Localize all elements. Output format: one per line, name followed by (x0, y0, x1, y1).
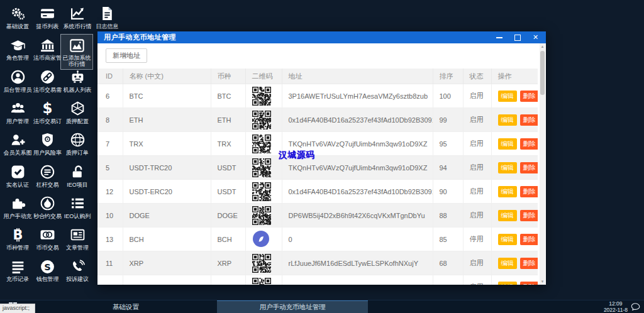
edit-button[interactable]: 编辑 (498, 258, 517, 269)
desktop-icon-shield[interactable]: 用户风险率 (32, 131, 64, 156)
desktop-icon-contract[interactable]: 秒合约交易 (32, 194, 64, 219)
window-scrollbar[interactable]: ▲ ▼ (540, 43, 545, 285)
add-address-button[interactable]: 新增地址 (106, 48, 147, 63)
links-icon (32, 68, 64, 85)
desktop-icon-helm[interactable]: 杠杆交易 (32, 163, 64, 188)
edit-button[interactable]: 编辑 (498, 234, 517, 245)
desktop-icon-unlock[interactable]: IEO项目 (62, 163, 93, 188)
desktop-icon-area-chart[interactable]: 已添加系统币行情 (61, 35, 92, 69)
qr-code-image[interactable] (252, 254, 271, 273)
qr-code-image[interactable] (252, 135, 271, 153)
desktop-icon-label: 法币交易订 (32, 118, 64, 124)
desktop-icon-puzzle[interactable]: 用户手动充 (2, 194, 33, 219)
unlock-icon (62, 163, 93, 180)
desktop-icon-sphere[interactable]: 质押订单 (62, 131, 93, 156)
taskbar-task-basic-settings[interactable]: 基础设置 (91, 300, 160, 313)
delete-button[interactable]: 删除 (520, 210, 538, 221)
cell-coin: XRP (211, 251, 245, 275)
qr-code-image[interactable] (252, 111, 271, 129)
edit-button[interactable]: 编辑 (498, 186, 517, 197)
cell-operations: 编辑删除 (491, 180, 538, 204)
desktop-icon-check-square[interactable]: 实名认证 (2, 163, 33, 188)
edit-button[interactable]: 编辑 (498, 162, 517, 173)
edit-button[interactable]: 编辑 (498, 210, 517, 221)
desktop-icon-phone[interactable]: 投诉建议 (62, 257, 93, 282)
delete-button[interactable]: 删除 (520, 114, 538, 126)
cell-name: ETH (123, 108, 211, 132)
cell-operations: 编辑删除 (491, 84, 538, 108)
desktop-icon-cube[interactable]: 质押配置 (62, 99, 93, 124)
edit-button[interactable]: 编辑 (498, 91, 517, 102)
desktop-icon-gears[interactable]: 基础设置 (2, 4, 33, 30)
taskbar-task-deposit-address-manager[interactable]: 用户手动充币地址管理 (217, 300, 368, 313)
qr-code-image[interactable] (252, 206, 271, 225)
taskbar: 基础设置 用户手动充币地址管理 12:09 2022-11-8 (0, 300, 644, 313)
desktop-icon-users[interactable]: 用户管理 (2, 99, 33, 124)
desktop-icon-records[interactable]: 充币记录 (2, 257, 33, 282)
qr-code-image[interactable] (252, 158, 271, 177)
desktop-icon-graduation-cap[interactable]: 角色管理 (2, 36, 33, 61)
delete-button[interactable]: 删除 (520, 282, 538, 285)
taskbar-clock[interactable]: 12:09 2022-11-8 (604, 301, 628, 313)
cell-coin: USDT (211, 156, 245, 180)
maximize-button[interactable] (508, 31, 526, 43)
delete-button[interactable]: 删除 (520, 138, 538, 150)
desktop-icon-dollar[interactable]: $法币交易订 (32, 99, 64, 124)
desktop-icon-bank[interactable]: 法币商家管 (32, 36, 64, 61)
svg-text:$: $ (43, 101, 53, 116)
table-header-row: ID名称 (中文)币种二维码地址排序状态操作 (97, 69, 538, 84)
desktop-icon-news[interactable]: 文章管理 (62, 226, 93, 251)
cell-name: USDT-ERC20 (123, 180, 211, 204)
table-row: 11XRPXRPrLfJuueJf6M16dESdLTywELSPKofhNXu… (97, 251, 538, 275)
scroll-down-arrow[interactable]: ▼ (540, 278, 545, 285)
delete-button[interactable]: 删除 (520, 91, 538, 102)
list-check-icon (62, 194, 93, 212)
desktop-icon-log[interactable]: 日志信息 (92, 4, 123, 30)
cell-coin: USDT (211, 180, 245, 204)
scrollbar-thumb[interactable] (540, 51, 545, 95)
desktop-icon-skype[interactable]: S钱包管理 (32, 257, 64, 282)
close-button[interactable]: ✕ (526, 31, 545, 43)
desktop-icon-user-plus[interactable]: 会员关系图 (2, 131, 33, 156)
cell-id: 13 (97, 228, 123, 251)
desktop-icon-bitcoin[interactable]: B币种管理 (2, 226, 33, 251)
delete-button[interactable]: 删除 (520, 186, 538, 197)
scroll-up-arrow[interactable]: ▲ (540, 43, 545, 50)
phone-icon (62, 257, 93, 275)
edit-button[interactable]: 编辑 (498, 114, 517, 126)
edit-button[interactable]: 编辑 (498, 282, 517, 285)
desktop-icon-list-check[interactable]: IEO认购列 (62, 194, 93, 219)
cell-address: rLfJuueJf6M16dESdLTywELSPKofhNXujY (282, 251, 433, 275)
qr-code-image[interactable] (252, 87, 271, 106)
cell-name: TRX (123, 132, 211, 156)
delete-button[interactable]: 删除 (520, 234, 538, 245)
desktop-icon-circles[interactable]: 币币交易 (32, 226, 64, 251)
edit-button[interactable]: 编辑 (498, 138, 517, 150)
qr-code-image[interactable] (252, 278, 271, 285)
delete-button[interactable]: 删除 (520, 258, 538, 269)
cell-id: 14 (97, 275, 123, 285)
qr-code-image[interactable] (252, 182, 271, 201)
address-table: ID名称 (中文)币种二维码地址排序状态操作 6BTCBTC3P16AWETrU… (97, 69, 538, 285)
desktop-icon-label: 充币记录 (2, 276, 33, 282)
desktop-icon-label: 已添加系统币行情 (61, 55, 92, 67)
cell-sort: 90 (433, 180, 463, 204)
desktop-icon-label: 系统币行情 (62, 23, 93, 30)
desktop-icon-robot[interactable]: 机器人列表 (62, 68, 93, 93)
cell-qrcode (245, 180, 282, 204)
dollar-icon: $ (32, 99, 64, 117)
desktop-icon-card[interactable]: 提币列表 (32, 4, 64, 30)
cell-coin: BTC (211, 84, 245, 108)
chat-bubble-icon[interactable] (631, 302, 640, 313)
delete-button[interactable]: 删除 (520, 162, 538, 173)
cell-address: LZkEJ1i5SACJmUoVwhv7Fb9vMy1WAkCgER (282, 275, 433, 285)
card-icon (32, 4, 64, 22)
window-titlebar[interactable]: 用户手动充币地址管理 ✕ (97, 31, 546, 43)
minimize-button[interactable] (490, 31, 508, 43)
desktop-icon-admin[interactable]: 后台管理员 (2, 68, 33, 93)
graduation-cap-icon (2, 36, 33, 53)
table-row: 13BCHBCH085停用编辑删除 (97, 228, 538, 251)
desktop-icon-chart-line[interactable]: 系统币行情 (62, 4, 93, 30)
desktop-icon-links[interactable]: 法币交易需 (32, 68, 64, 93)
cell-id: 6 (97, 84, 123, 108)
